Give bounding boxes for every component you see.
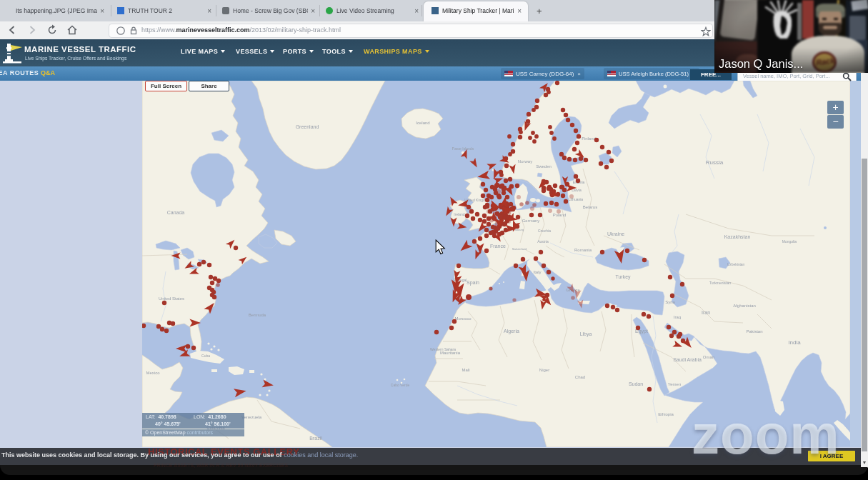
svg-text:Poland: Poland [553, 213, 567, 217]
svg-text:Ukraine: Ukraine [607, 231, 624, 236]
svg-text:France: France [490, 244, 506, 249]
svg-text:Yemen: Yemen [668, 382, 681, 386]
svg-text:Kazakhstan: Kazakhstan [724, 234, 751, 239]
svg-text:Mexico: Mexico [146, 371, 160, 375]
svg-text:Oman: Oman [703, 355, 714, 359]
svg-text:Chad: Chad [575, 375, 585, 379]
svg-text:Finland: Finland [582, 136, 596, 141]
svg-text:Cuba: Cuba [201, 354, 210, 358]
svg-text:Saudi Arabia: Saudi Arabia [673, 357, 702, 362]
svg-text:Greenland: Greenland [296, 124, 319, 129]
svg-text:Turkmenistan: Turkmenistan [709, 281, 731, 285]
svg-text:United States: United States [159, 296, 184, 301]
svg-text:Mongolia: Mongolia [782, 239, 797, 244]
svg-text:Iraq: Iraq [674, 315, 681, 319]
svg-text:Syria: Syria [665, 300, 675, 304]
svg-text:Spain: Spain [467, 280, 479, 286]
svg-text:Morocco: Morocco [454, 316, 472, 321]
svg-text:Switzerland: Switzerland [512, 247, 527, 251]
svg-text:Western Sahara: Western Sahara [430, 347, 456, 351]
svg-text:Sudan: Sudan [629, 381, 643, 386]
svg-text:Bermuda: Bermuda [249, 313, 266, 317]
svg-text:Iran: Iran [702, 310, 710, 315]
svg-text:Ireland: Ireland [454, 212, 465, 216]
svg-text:Romania: Romania [574, 248, 592, 252]
svg-text:Norway: Norway [518, 159, 532, 164]
svg-text:Canada: Canada [167, 210, 185, 215]
svg-text:Sweden: Sweden [536, 164, 552, 169]
svg-text:Russia: Russia [706, 159, 724, 166]
svg-text:Germany: Germany [522, 219, 540, 223]
svg-text:Iceland: Iceland [416, 121, 429, 125]
svg-text:Austria: Austria [537, 239, 549, 244]
svg-text:Faroe Islands: Faroe Islands [452, 146, 474, 151]
svg-text:Mali: Mali [462, 368, 469, 372]
svg-text:Turkey: Turkey [615, 274, 631, 280]
svg-text:Ethiopia: Ethiopia [658, 412, 674, 416]
svg-text:Venezuela: Venezuela [241, 415, 262, 419]
svg-text:Uzbekistan: Uzbekistan [727, 262, 745, 266]
svg-text:India: India [788, 339, 801, 346]
svg-text:Italy: Italy [533, 270, 541, 274]
svg-text:Brazil: Brazil [309, 436, 322, 441]
svg-text:Belarus: Belarus [583, 205, 597, 209]
svg-text:Libya: Libya [580, 331, 592, 337]
svg-text:Afghanistan: Afghanistan [733, 304, 756, 308]
svg-text:Algeria: Algeria [504, 329, 519, 334]
svg-text:Czechia: Czechia [538, 229, 551, 233]
svg-text:Cabo Verde: Cabo Verde [391, 383, 410, 387]
svg-text:Pakistan: Pakistan [746, 329, 762, 334]
svg-text:Niger: Niger [539, 368, 549, 372]
